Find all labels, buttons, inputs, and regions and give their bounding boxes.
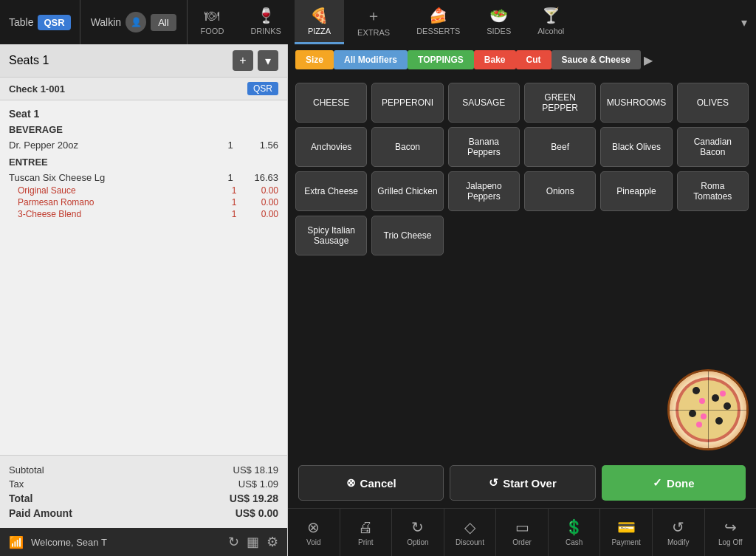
topping-button-spicy-italian-sausage[interactable]: Spicy Italian Sausage [295, 216, 367, 255]
log-off-icon: ↪ [724, 518, 737, 536]
order-item[interactable]: Dr. Pepper 20oz 1 1.56 [9, 138, 278, 152]
check-row: Check 1-001 QSR [0, 78, 287, 100]
toolbar-modify[interactable]: ↺ Modify [653, 509, 705, 556]
toolbar-void[interactable]: ⊗ Void [288, 509, 340, 556]
topping-button-sausage[interactable]: SAUSAGE [448, 83, 520, 123]
topping-button-trio-cheese[interactable]: Trio Cheese [371, 216, 443, 255]
settings-button[interactable]: ⚙ [267, 534, 278, 550]
topping-button-green-pepper[interactable]: GREEN PEPPER [524, 83, 596, 123]
topping-button-banana-peppers[interactable]: Banana Peppers [448, 127, 520, 167]
cash-label: Cash [566, 538, 583, 546]
nav-items: 🍽 FOOD 🍷 DRINKS 🍕 PIZZA ＋ EXTRAS 🍰 DESSE… [188, 0, 732, 44]
wifi-icon: 📶 [9, 535, 24, 549]
start-over-button[interactable]: ↺ Start Over [450, 465, 595, 501]
modifier-item[interactable]: Parmesan Romano 1 0.00 [9, 196, 278, 208]
check-qsr-badge: QSR [247, 82, 278, 95]
item-qty: 1 [219, 140, 241, 151]
add-seat-button[interactable]: + [233, 50, 253, 71]
topping-button-jalapeno-peppers[interactable]: Jalapeno Peppers [448, 171, 520, 211]
food-icon: 🍽 [205, 7, 219, 24]
walkin-icon: 👤 [126, 12, 146, 32]
walkin-label: Walkin [91, 16, 122, 28]
tab-cut[interactable]: Cut [516, 50, 551, 69]
pizza-preview [288, 362, 756, 458]
nav-food[interactable]: 🍽 FOOD [188, 0, 238, 44]
beverage-heading: BEVERAGE [9, 124, 278, 135]
totals-panel: Subtotal US$ 18.19 Tax US$ 1.09 Total US… [0, 455, 287, 528]
topping-button-extra-cheese[interactable]: Extra Cheese [295, 171, 367, 211]
print-label: Print [358, 538, 374, 546]
nav-alcohol[interactable]: 🍸 Alcohol [524, 0, 577, 44]
seat-heading: Seat 1 [9, 108, 278, 120]
modify-icon: ↺ [672, 518, 684, 536]
subtotal-value: US$ 18.19 [233, 464, 278, 476]
pizza-icon: 🍕 [310, 7, 329, 24]
cancel-button[interactable]: ⊗ Cancel [298, 465, 444, 501]
toolbar-log-off[interactable]: ↪ Log Off [705, 509, 757, 556]
table-badge: Table QSR [0, 0, 80, 44]
nav-desserts[interactable]: 🍰 DESSERTS [403, 0, 473, 44]
toolbar-cash[interactable]: 💲 Cash [549, 509, 601, 556]
tab-arrow-icon: ▶ [644, 53, 653, 67]
tab-bake[interactable]: Bake [474, 50, 516, 69]
nav-chevron[interactable]: ▾ [732, 0, 756, 44]
topping-button-black-olives[interactable]: Black Olives [600, 127, 672, 167]
sides-label: SIDES [487, 27, 511, 35]
toolbar-print[interactable]: 🖨 Print [340, 509, 393, 556]
total-value: US$ 19.28 [230, 492, 278, 504]
modifier-tabs: Size All Modifiers TOPPINGS Bake Cut Sau… [288, 44, 756, 75]
discount-label: Discount [456, 538, 484, 546]
nav-extras[interactable]: ＋ EXTRAS [344, 0, 403, 44]
alcohol-label: Alcohol [537, 27, 564, 35]
topping-button-mushrooms[interactable]: MUSHROOMS [600, 83, 672, 123]
bottom-toolbar: ⊗ Void 🖨 Print ↻ Option ◇ Discount ▭ Ord… [288, 508, 756, 556]
mod-qty: 1 [227, 197, 241, 207]
refresh-button[interactable]: ↻ [228, 534, 239, 550]
left-panel: Seats 1 + ▾ Check 1-001 QSR Seat 1 BEVER… [0, 44, 288, 556]
top-nav: Table QSR Walkin 👤 All 🍽 FOOD 🍷 DRINKS 🍕… [0, 0, 756, 44]
tab-sauce-cheese[interactable]: Sauce & Cheese [551, 50, 641, 69]
all-button[interactable]: All [151, 14, 176, 31]
option-icon: ↻ [411, 518, 424, 536]
mod-qty: 1 [227, 185, 241, 196]
main-area: Seats 1 + ▾ Check 1-001 QSR Seat 1 BEVER… [0, 44, 756, 556]
extras-label: EXTRAS [357, 28, 390, 37]
qsr-badge: QSR [38, 15, 70, 30]
order-item[interactable]: Tuscan Six Cheese Lg 1 16.63 [9, 171, 278, 185]
mod-qty: 1 [227, 209, 241, 219]
topping-button-cheese[interactable]: CHEESE [295, 83, 367, 123]
tax-label: Tax [9, 478, 24, 490]
topping-button-bacon[interactable]: Bacon [371, 127, 443, 167]
topping-button-onions[interactable]: Onions [524, 171, 596, 211]
tab-all-modifiers[interactable]: All Modifiers [334, 50, 408, 69]
nav-pizza[interactable]: 🍕 PIZZA [295, 0, 344, 44]
log-off-label: Log Off [718, 538, 743, 546]
modifier-item[interactable]: 3-Cheese Blend 1 0.00 [9, 208, 278, 220]
topping-button-beef[interactable]: Beef [524, 127, 596, 167]
item-name: Tuscan Six Cheese Lg [9, 172, 219, 183]
tab-toppings[interactable]: TOPPINGS [408, 50, 474, 69]
done-button[interactable]: ✓ Done [602, 465, 746, 501]
nav-drinks[interactable]: 🍷 DRINKS [237, 0, 295, 44]
welcome-text: Welcome, Sean T [31, 537, 221, 548]
toolbar-option[interactable]: ↻ Option [392, 509, 444, 556]
toolbar-discount[interactable]: ◇ Discount [444, 509, 497, 556]
tab-size[interactable]: Size [295, 50, 334, 69]
topping-button-roma-tomatoes[interactable]: Roma Tomatoes [677, 171, 749, 211]
total-label: Total [9, 492, 32, 504]
topping-button-pineapple[interactable]: Pineapple [600, 171, 672, 211]
topping-button-canadian-bacon[interactable]: Canadian Bacon [677, 127, 749, 167]
paid-value: US$ 0.00 [236, 507, 278, 519]
nav-sides[interactable]: 🥗 SIDES [473, 0, 524, 44]
topping-button-anchovies[interactable]: Anchovies [295, 127, 367, 167]
toppings-grid: CHEESEPEPPERONISAUSAGEGREEN PEPPERMUSHRO… [295, 83, 749, 255]
seat-dropdown-button[interactable]: ▾ [258, 50, 278, 71]
toolbar-payment[interactable]: 💳 Payment [600, 509, 653, 556]
modifier-item[interactable]: Original Sauce 1 0.00 [9, 185, 278, 196]
seats-header: Seats 1 + ▾ [0, 44, 287, 78]
topping-button-grilled-chicken[interactable]: Grilled Chicken [371, 171, 443, 211]
topping-button-pepperoni[interactable]: PEPPERONI [371, 83, 443, 123]
topping-button-olives[interactable]: OLIVES [677, 83, 749, 123]
toolbar-order[interactable]: ▭ Order [496, 509, 549, 556]
register-button[interactable]: ▦ [247, 534, 259, 550]
